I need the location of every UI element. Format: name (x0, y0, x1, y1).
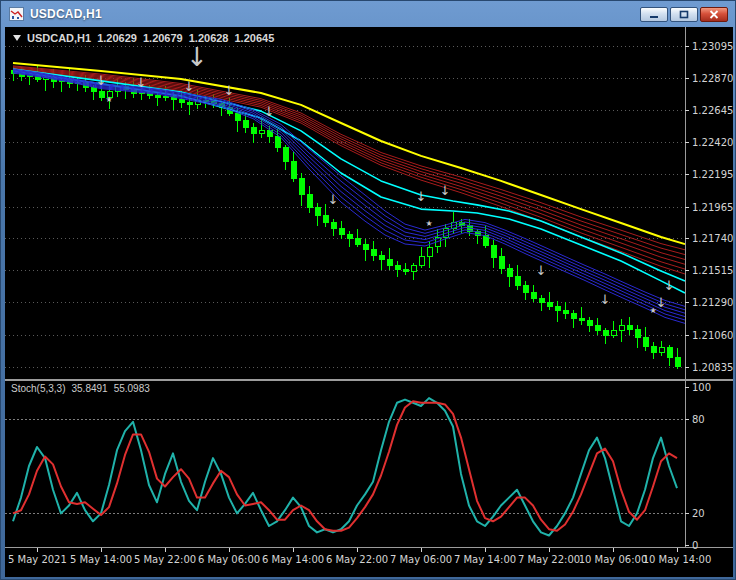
time-axis-label: 6 May 14:00 (262, 554, 324, 565)
trade-signal-markers: ↓↓↓↓↓↓↓↓↓↓↓↓↓★★★ (96, 42, 675, 315)
time-axis-label: 7 May 06:00 (390, 554, 452, 565)
time-axis-label: 7 May 14:00 (454, 554, 516, 565)
candle-body (539, 298, 544, 302)
candle-body (427, 247, 432, 257)
star-marker: ★ (649, 306, 656, 315)
candle-body (155, 95, 160, 98)
ohlc-symbol: USDCAD,H1 (27, 32, 91, 44)
candle-body (667, 348, 672, 358)
candle-body (675, 358, 680, 367)
down-arrow-marker: ↓ (136, 75, 147, 90)
time-axis-label: 5 May 2021 (8, 554, 67, 565)
stoch-signal-value: 55.0983 (114, 383, 150, 394)
down-arrow-marker: ↓ (664, 278, 675, 293)
candle-body (339, 229, 344, 235)
ma-blue-band (13, 72, 685, 320)
candle-body (419, 257, 424, 266)
candle-body (571, 314, 576, 318)
down-arrow-marker: ↓ (224, 83, 235, 98)
time-axis-label: 5 May 22:00 (134, 554, 196, 565)
ohlc-high: 1.20679 (143, 32, 183, 44)
candle-body (523, 285, 528, 292)
price-axis-label: 1.23095 (692, 41, 733, 52)
candle-body (347, 234, 352, 238)
candle-body (363, 244, 368, 250)
candle-body (387, 260, 392, 266)
candle-body (283, 148, 288, 162)
candle-body (643, 338, 648, 347)
candle-body (315, 207, 320, 216)
ma-ribbon (13, 63, 685, 323)
chart-client-area[interactable]: ↓↓↓↓↓↓↓↓↓↓↓↓↓★★★1.230951.228701.226451.2… (5, 27, 733, 577)
candle-body (587, 321, 592, 325)
price-axis-label: 1.21740 (692, 233, 733, 244)
stoch-axis-label: 100 (692, 382, 711, 393)
time-axis-label: 6 May 06:00 (198, 554, 260, 565)
maximize-icon (679, 10, 689, 19)
symbol-dropdown-icon[interactable] (13, 35, 21, 41)
candle-body (291, 162, 296, 179)
time-axis[interactable]: 5 May 20215 May 14:005 May 22:006 May 06… (8, 548, 711, 565)
candle-body (411, 265, 416, 271)
candle-body (651, 346, 656, 352)
candle-body (91, 88, 96, 92)
candle-body (355, 239, 360, 245)
window-title: USDCAD,H1 (30, 7, 102, 21)
candle-body (555, 307, 560, 311)
candle-body (259, 131, 264, 134)
price-axis-label: 1.22870 (692, 73, 733, 84)
candle-body (531, 292, 536, 298)
down-arrow-marker: ↓ (96, 73, 107, 88)
candle-body (275, 136, 280, 147)
star-marker: ★ (105, 95, 112, 104)
price-axis-label: 1.21515 (692, 265, 733, 276)
chart-window: USDCAD,H1 ↓↓↓↓↓↓↓↓↓↓↓↓↓★★★1.230951.22870… (0, 0, 736, 580)
panel-splitter[interactable] (5, 379, 733, 381)
stoch-name: Stoch(5,3,3) (11, 383, 65, 394)
price-axis-label: 1.22195 (692, 169, 733, 180)
candle-body (515, 277, 520, 286)
candle-body (395, 265, 400, 269)
chart-window-icon (9, 7, 24, 21)
ohlc-open: 1.20629 (97, 32, 137, 44)
minimize-button[interactable] (640, 7, 668, 22)
candle-body (307, 194, 312, 207)
candle-body (179, 99, 184, 102)
candle-body (507, 268, 512, 277)
candle-body (499, 257, 504, 268)
candle-body (627, 325, 632, 329)
title-bar[interactable]: USDCAD,H1 (5, 1, 731, 27)
ohlc-low: 1.20628 (189, 32, 229, 44)
stoch-indicator-label: Stoch(5,3,3) 35.8491 55.0983 (11, 383, 150, 394)
candle-body (611, 331, 616, 335)
candle-body (619, 325, 624, 331)
candle-body (603, 331, 608, 335)
big-down-arrow-marker: ↓ (186, 42, 208, 72)
time-axis-label: 10 May 14:00 (643, 554, 712, 565)
candle-body (235, 113, 240, 120)
price-axis[interactable]: 1.230951.228701.226451.224201.221951.219… (685, 41, 733, 551)
candle-body (371, 250, 376, 256)
stoch-main-value: 35.8491 (71, 383, 107, 394)
down-arrow-marker: ↓ (184, 79, 195, 94)
maximize-button[interactable] (670, 7, 698, 22)
minimize-icon (649, 10, 659, 19)
price-axis-label: 1.21290 (692, 297, 733, 308)
candle-body (331, 223, 336, 229)
candle-body (299, 179, 304, 195)
candle-body (579, 318, 584, 321)
down-arrow-marker: ↓ (536, 263, 547, 278)
candle-body (163, 96, 168, 97)
chart-canvas[interactable]: ↓↓↓↓↓↓↓↓↓↓↓↓↓★★★1.230951.228701.226451.2… (5, 27, 733, 577)
candle-body (251, 128, 256, 134)
candle-body (659, 348, 664, 352)
price-axis-label: 1.22420 (692, 137, 733, 148)
candle-body (379, 256, 384, 260)
down-arrow-marker: ↓ (264, 104, 275, 119)
candle-body (547, 302, 552, 306)
close-button[interactable] (700, 7, 728, 22)
stoch-axis-label: 0 (692, 540, 698, 551)
time-axis-label: 6 May 22:00 (326, 554, 388, 565)
candle-body (323, 216, 328, 223)
time-axis-label: 7 May 22:00 (518, 554, 580, 565)
